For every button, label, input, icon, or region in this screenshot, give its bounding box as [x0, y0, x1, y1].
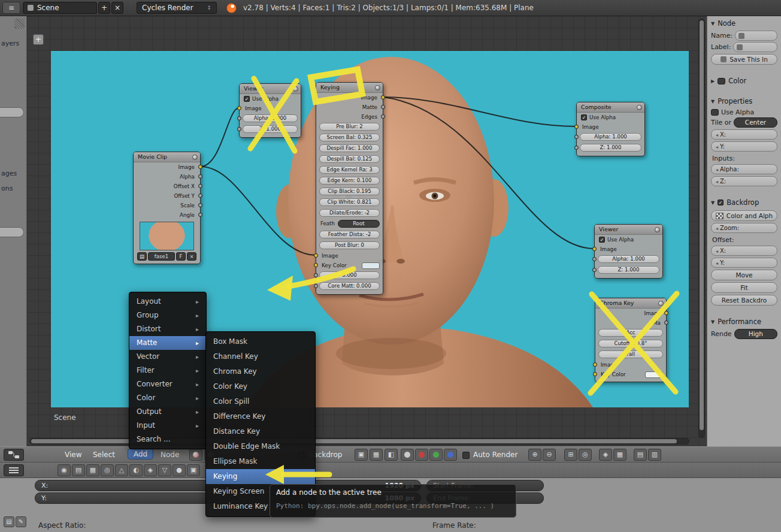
tab-render-icon[interactable]: ◉ [57, 464, 71, 476]
x-slider[interactable]: ◂X: [711, 129, 777, 140]
matte-submenu-item-double-edge-mask[interactable]: Double Edge Mask [206, 439, 315, 454]
pin-icon[interactable]: ⊕ [528, 449, 541, 461]
backdrop-fit-button[interactable]: Fit [711, 282, 777, 293]
backdrop-move-button[interactable]: Move [711, 270, 777, 280]
node-keying-header[interactable]: Keying [316, 83, 383, 93]
channel-rgb-icon[interactable] [401, 449, 414, 461]
node-keying[interactable]: Keying Image Matte Edges Pre Blur: 2 Scr… [316, 82, 383, 295]
alpha-input-socket[interactable] [574, 135, 579, 139]
acceptance-slider[interactable]: Acc [598, 329, 663, 337]
menu-node[interactable]: Node [161, 451, 179, 459]
panel-fragment-button[interactable] [0, 227, 24, 237]
image-input-socket[interactable] [237, 106, 241, 110]
pre-blur-slider[interactable]: Pre Blur: 2 [319, 123, 380, 131]
alpha-input-socket[interactable] [237, 116, 241, 120]
backdrop-checkbox[interactable]: ✓ [718, 200, 724, 205]
menu-select[interactable]: Select [93, 451, 115, 459]
dilate-erode-slider[interactable]: Dilate/Erode: -2 [319, 209, 380, 217]
key-color-swatch[interactable] [645, 371, 663, 378]
matte-submenu-item-keying[interactable]: Keying [206, 469, 315, 484]
screen-balance-slider[interactable]: Screen Bal: 0.325 [319, 134, 380, 141]
image-output-socket[interactable] [381, 95, 385, 99]
core-matte-input-socket[interactable] [314, 284, 318, 288]
garbage-matte-input-socket[interactable] [314, 273, 318, 277]
matte-submenu-item-box-mask[interactable]: Box Mask [206, 334, 315, 349]
edges-output-socket[interactable] [381, 114, 385, 119]
save-image-button[interactable]: Save This In [711, 54, 777, 65]
add-menu-item-input[interactable]: Input▸ [129, 419, 206, 433]
use-alpha-checkbox[interactable]: ✓ [244, 96, 250, 102]
add-menu-item-output[interactable]: Output▸ [129, 405, 206, 419]
panel-fragment-button[interactable] [0, 107, 24, 117]
tab-texture-icon[interactable]: ▣ [187, 464, 200, 476]
backdrop-reset-button[interactable]: Reset Backdro [711, 295, 777, 306]
add-menu-item-distort[interactable]: Distort▸ [129, 322, 206, 336]
backdrop-image-icon[interactable]: ▣ [355, 449, 368, 461]
node-chroma-key[interactable]: Chroma Key Image Ma Acc Cutoff: 20.8° Fa… [595, 298, 667, 382]
panel-performance-header[interactable]: ▼Performance [707, 315, 781, 328]
feather-distance-slider[interactable]: Feather Dista: -2 [319, 231, 380, 238]
scale-output-socket[interactable] [198, 203, 202, 207]
matte-submenu-item-ellipse-mask[interactable]: Ellipse Mask [206, 454, 315, 469]
z-input-socket[interactable] [237, 127, 241, 131]
editor-type-properties-icon[interactable] [4, 464, 24, 476]
editor-type-node-icon[interactable] [4, 449, 24, 461]
tree-type-compositing-icon[interactable] [189, 449, 202, 461]
add-menu-item-search[interactable]: Search ... [129, 433, 206, 446]
clip-white-slider[interactable]: Clip White: 0.821 [319, 198, 380, 206]
paste-icon[interactable]: ▥ [648, 449, 661, 461]
z-slider[interactable]: Z: 1.000 [598, 266, 659, 274]
alpha-slider[interactable]: ◂Alpha: [711, 164, 777, 174]
color-swatch[interactable] [718, 78, 725, 84]
edit-pencil-icon[interactable]: ✎ [16, 516, 26, 527]
node-label-input[interactable] [733, 42, 777, 52]
node-name-input[interactable] [735, 31, 777, 41]
z-input-socket[interactable] [574, 146, 579, 150]
tab-constraints-icon[interactable]: ◐ [129, 464, 143, 476]
post-blur-slider[interactable]: Post Blur: 0 [319, 241, 380, 249]
matte-submenu-item-difference-key[interactable]: Difference Key [206, 409, 315, 424]
image-output-socket[interactable] [198, 165, 202, 169]
add-menu-item-group[interactable]: Group▸ [129, 309, 206, 322]
garbage-matte-slider[interactable]: 0.000 [319, 271, 380, 279]
scene-datablock[interactable]: Scene [23, 2, 97, 14]
falloff-slider[interactable]: Fall [598, 350, 663, 358]
unlink-clip-button[interactable]: × [187, 252, 196, 261]
backdrop-offset-x-slider[interactable]: ◂X: [711, 246, 777, 256]
render-border-icon[interactable]: ⊞ [564, 449, 577, 461]
node-viewer-top[interactable]: Viewer ✓Use Alpha Image Alpha: 1.000 Z: … [239, 83, 301, 138]
snap-magnet-icon[interactable]: ◈ [599, 449, 612, 461]
proportional-edit-icon[interactable]: ◎ [579, 449, 592, 461]
image-input-socket[interactable] [314, 253, 318, 258]
node-viewer-top-header[interactable]: Viewer [240, 84, 301, 94]
menu-add[interactable]: Add [128, 449, 153, 460]
z-input-socket[interactable] [592, 268, 597, 272]
backdrop-channels-dropdown[interactable]: Color and Alph [711, 210, 777, 221]
tab-scene-icon[interactable]: ▦ [86, 464, 99, 476]
despill-balance-slider[interactable]: Despill Bal: 0.125 [319, 155, 380, 163]
add-menu-item-filter[interactable]: Filter▸ [129, 364, 206, 377]
image-input-socket[interactable] [593, 362, 597, 367]
editor-corner-icon[interactable]: ▤ [4, 516, 14, 527]
tab-object-icon[interactable]: △ [115, 464, 128, 476]
matte-submenu-item-chroma-key[interactable]: Chroma Key [206, 364, 315, 379]
new-scene-button[interactable]: + [98, 2, 110, 14]
node-composite[interactable]: Composite ✓Use Alpha Image Alpha: 1.000 … [576, 102, 645, 156]
render-quality-dropdown[interactable]: High [734, 329, 777, 339]
despill-factor-slider[interactable]: Despill Fac: 1.000 [319, 144, 380, 152]
image-input-socket[interactable] [574, 125, 579, 129]
image-input-socket[interactable] [592, 247, 597, 251]
node-movie-clip[interactable]: Movie Clip Image Alpha Offset X Offset Y… [133, 152, 201, 264]
edge-kernel-radius-slider[interactable]: Edge Kernel Ra: 3 [319, 166, 380, 174]
region-grip-icon[interactable] [14, 19, 25, 29]
alpha-slider[interactable]: Alpha: 1.000 [243, 114, 298, 122]
render-engine-select[interactable]: Cycles Render ↕ [137, 2, 217, 14]
z-slider[interactable]: Z: 1.000 [243, 125, 298, 133]
vertical-scrollbar[interactable] [698, 19, 705, 438]
fake-user-button[interactable]: F [176, 252, 186, 261]
editor-type-icon[interactable]: ≡ [2, 2, 20, 14]
key-color-input-socket[interactable] [314, 263, 318, 267]
key-color-swatch[interactable] [362, 262, 380, 269]
backdrop-zoom-icon[interactable]: ▦ [370, 449, 383, 461]
copy-icon[interactable]: ▤ [634, 449, 647, 461]
